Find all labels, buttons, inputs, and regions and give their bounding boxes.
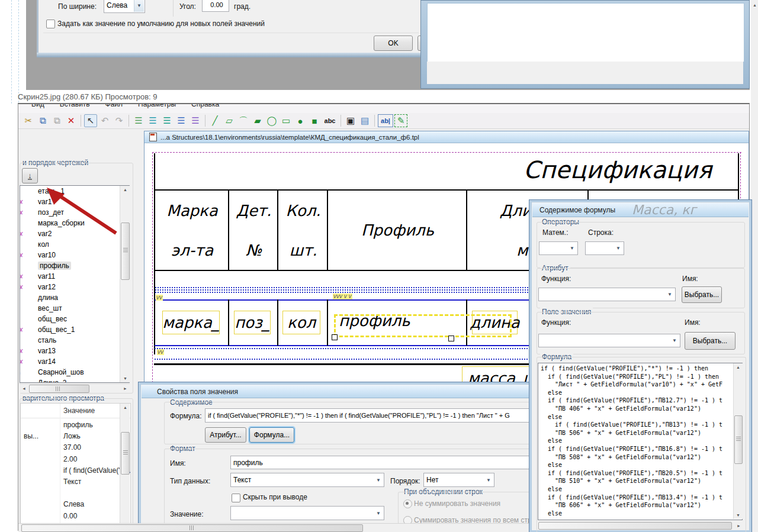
tree-item[interactable]: ✗var14: [20, 356, 129, 367]
scroll-left-icon[interactable]: ◄: [22, 386, 26, 391]
formula-input[interactable]: if ( find(GetValue("PROFILE"),"*") != -1…: [205, 408, 540, 423]
preview-row[interactable]: профиль: [21, 420, 130, 431]
picture-tool-icon[interactable]: ▤: [358, 114, 371, 127]
scroll-up-icon[interactable]: ▲: [753, 3, 757, 7]
preview-vscrollbar[interactable]: ▲ ▼: [120, 404, 130, 532]
arc-tool-icon[interactable]: ⌒: [237, 114, 250, 127]
datatype-select[interactable]: Текст ▼: [230, 473, 384, 487]
rows-template-icon[interactable]: ☰: [132, 114, 145, 127]
scroll-up-icon[interactable]: ▲: [736, 365, 740, 369]
formula-button[interactable]: Формула...: [249, 427, 294, 443]
hide-on-output-checkbox[interactable]: [232, 494, 240, 502]
field-kol[interactable]: кол: [282, 311, 320, 334]
tree-item[interactable]: Длина_2: [20, 378, 129, 383]
filled-circle-tool-icon[interactable]: ●: [294, 114, 307, 127]
canvas-window-titlebar[interactable]: ...a Structures\18.1\environments\russia…: [144, 131, 749, 143]
select-tool-icon[interactable]: ↖: [84, 114, 97, 127]
tree-item[interactable]: профиль: [20, 260, 129, 271]
tree-item[interactable]: кол: [20, 239, 129, 250]
tree-item[interactable]: длина: [20, 292, 129, 303]
props-dialog-titlebar[interactable]: Свойства поля значения: [142, 385, 535, 398]
selection-handle[interactable]: [332, 334, 338, 340]
preview-row[interactable]: Текст: [21, 477, 130, 488]
field-marka[interactable]: марка_: [162, 311, 220, 334]
preview-row[interactable]: 37.00: [21, 443, 130, 454]
preview-row[interactable]: if ( find(GetValue("P...: [21, 466, 130, 477]
cut-icon[interactable]: ✂: [22, 114, 35, 127]
frame-tool-icon[interactable]: ▣: [344, 114, 357, 127]
polyline-tool-icon[interactable]: ▱: [223, 114, 236, 127]
polygon-tool-icon[interactable]: ▰: [251, 114, 264, 127]
preview-row[interactable]: вы...Ложь: [21, 431, 130, 443]
undo-icon[interactable]: ↶: [98, 114, 111, 127]
preview-row[interactable]: Слева: [21, 499, 130, 511]
tree-item[interactable]: общ_вес: [20, 314, 129, 324]
paste-icon[interactable]: ⧉: [50, 114, 63, 127]
formula-vscroll-thumb[interactable]: [734, 415, 743, 464]
order-select[interactable]: Нет ▼: [423, 473, 494, 487]
ellipse-tool-icon[interactable]: ◯: [265, 114, 278, 127]
preview-row[interactable]: 0.00: [21, 511, 130, 523]
formula-vscrollbar[interactable]: ▲ ▼: [733, 363, 743, 519]
menu-item-Файл[interactable]: Файл: [105, 104, 123, 108]
attr-select-button[interactable]: Выбрать...: [682, 286, 722, 303]
preview-row[interactable]: 2.00: [21, 454, 130, 466]
field-tool-icon[interactable]: ab|: [378, 114, 393, 127]
editor-hscroll-thumb[interactable]: [21, 524, 363, 532]
line-tool-icon[interactable]: ╱: [208, 114, 221, 127]
angle-input[interactable]: 0.00: [202, 0, 229, 12]
tree-item[interactable]: ✗var10: [20, 250, 129, 260]
scroll-up-icon[interactable]: ▲: [123, 405, 127, 410]
tree-item[interactable]: ✗var12: [20, 282, 129, 292]
vf-function-select[interactable]: ▼: [538, 334, 680, 347]
tree-hscroll-thumb[interactable]: [29, 385, 89, 393]
tree-item[interactable]: вес_шт: [20, 303, 129, 314]
preview-table[interactable]: Значение профильвы...Ложь37.002.00if ( f…: [20, 403, 131, 532]
no-sum-radio[interactable]: [403, 499, 412, 508]
scroll-down-icon[interactable]: ▼: [736, 513, 740, 517]
menu-item-Вставить[interactable]: Вставить: [60, 104, 90, 108]
preview-vscroll-thumb[interactable]: [121, 432, 130, 475]
formula-dialog-titlebar[interactable]: Содержимое формулы Масса, кг: [532, 203, 749, 217]
vf-select-button[interactable]: Выбрать...: [685, 332, 735, 350]
copy-icon[interactable]: ⧉: [36, 114, 49, 127]
default-checkbox[interactable]: [46, 20, 55, 28]
width-select[interactable]: Слева ▼: [104, 0, 145, 13]
name-input[interactable]: профиль: [230, 456, 540, 469]
preview-row[interactable]: [21, 488, 130, 499]
rows-value-icon[interactable]: ☰: [160, 114, 174, 127]
tree-hscrollbar[interactable]: ◄ ►: [20, 383, 130, 393]
ok-button[interactable]: OK: [374, 36, 413, 51]
tree-item[interactable]: )Сварной_шов: [20, 367, 129, 378]
menu-bar[interactable]: ВидВставитьФайлПараметрыСправка: [18, 104, 749, 113]
formula-code-area[interactable]: if ( find(GetValue("PROFILE"),"*") != -1…: [538, 363, 743, 520]
formula-edit-tool-icon[interactable]: ✎: [394, 114, 407, 127]
menu-item-Параметры[interactable]: Параметры: [138, 104, 176, 108]
formula-hscroll-thumb[interactable]: [538, 522, 732, 530]
text-tool-icon[interactable]: abc: [322, 114, 338, 127]
tree-item[interactable]: ✗общ_вес_1: [20, 324, 129, 335]
filled-rect-tool-icon[interactable]: ■: [308, 114, 321, 127]
rows-footer-icon[interactable]: ☰: [175, 114, 188, 127]
rectangle-tool-icon[interactable]: ▭: [280, 114, 293, 127]
math-operator-select[interactable]: ▼: [539, 241, 578, 255]
scroll-right-icon[interactable]: ►: [737, 524, 741, 528]
scroll-right-icon[interactable]: ►: [123, 386, 127, 391]
menu-item-Вид[interactable]: Вид: [31, 104, 44, 108]
scroll-down-icon[interactable]: ▼: [123, 376, 127, 381]
import-rows-button[interactable]: ↓: [22, 168, 38, 183]
menu-item-Справка[interactable]: Справка: [191, 104, 219, 108]
selection-handle[interactable]: [448, 336, 454, 341]
string-operator-select[interactable]: ▼: [585, 241, 624, 255]
tree-item[interactable]: ✗var13: [20, 346, 129, 356]
rows-header-icon[interactable]: ☰: [146, 114, 159, 127]
rows-page-icon[interactable]: ☰: [189, 114, 202, 127]
value-select[interactable]: ▼: [230, 506, 384, 520]
tree-item[interactable]: ✗var11: [20, 271, 129, 282]
attr-function-select[interactable]: ▼: [538, 288, 676, 301]
delete-icon[interactable]: ✕: [65, 114, 78, 127]
redo-icon[interactable]: ↷: [113, 114, 126, 127]
tree-item[interactable]: сталь: [20, 335, 129, 346]
field-poz[interactable]: поз_: [234, 311, 271, 334]
formula-hscrollbar[interactable]: ►: [538, 521, 743, 530]
